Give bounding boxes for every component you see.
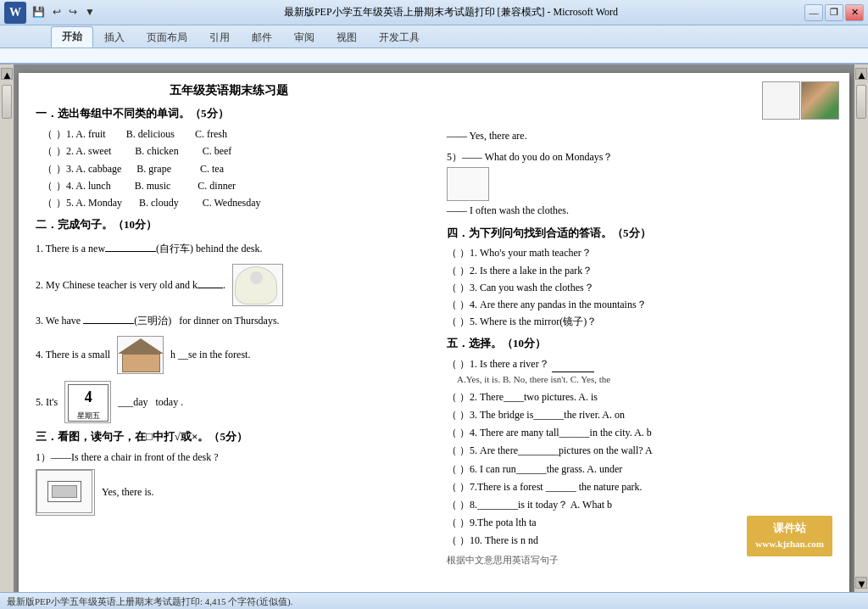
s5-item-8: （ ）8.________is it today？ A. What b: [447, 497, 841, 513]
fill-item-5: 5. It's 4 星期五 ___day today .: [36, 381, 421, 423]
s4-item-3: （ ）3. Can you wash the clothes？: [447, 280, 841, 296]
q5-box-row: [447, 167, 841, 201]
fill-item-1: 1. There is a new(自行车) behind the desk.: [36, 241, 421, 257]
right-content: —— Yes, there are. 5）—— What do you do o…: [447, 128, 841, 567]
s4-item-2: （ ）2. Is there a lake in the park？: [447, 263, 841, 279]
ribbon-tabs: 开始 插入 页面布局 引用 邮件 审阅 视图 开发工具: [0, 25, 868, 47]
fill-item-3: 3. We have (三明治) for dinner on Thursdays…: [36, 313, 421, 329]
word-icon: W: [4, 2, 26, 24]
tab-review[interactable]: 审阅: [283, 27, 326, 47]
statusbar: 最新版PEP小学五年级英语上册期末考试题打印: 4,415 个字符(近似值).: [0, 592, 868, 609]
minimize-button[interactable]: —: [804, 4, 823, 21]
s5-item-6: （ ）6. I can run______the grass. A. under: [447, 461, 841, 478]
s5-item-4: （ ）4. There are many tall______in the ci…: [447, 425, 841, 441]
decoration-image: [801, 81, 839, 120]
fill-item-2: 2. My Chinese teacher is very old and k.: [36, 264, 421, 306]
tab-insert[interactable]: 插入: [93, 27, 136, 47]
redo-btn[interactable]: ↪: [66, 5, 80, 20]
restore-button[interactable]: ❐: [825, 4, 843, 21]
document-container: 五年级英语期末练习题 一．选出每组中不同类的单词。（5分） （）1. A. fr…: [14, 64, 854, 592]
vocab-item-4: （）4. A. lunch B. music C. dinner: [42, 178, 421, 194]
right-column: —— Yes, there are. 5）—— What do you do o…: [434, 73, 849, 592]
tab-devtools[interactable]: 开发工具: [368, 27, 431, 47]
undo-btn[interactable]: ↩: [50, 5, 64, 20]
left-column: 五年级英语期末练习题 一．选出每组中不同类的单词。（5分） （）1. A. fr…: [19, 73, 434, 592]
scroll-up-right[interactable]: ▲: [855, 68, 867, 80]
tab-view[interactable]: 视图: [326, 27, 368, 47]
statusbar-text: 最新版PEP小学五年级英语上册期末考试题打印: 4,415 个字符(近似值).: [7, 595, 292, 608]
s5-item-1: （ ）1. Is there a river？ A.Yes, it is. B.…: [447, 356, 841, 388]
document: 五年级英语期末练习题 一．选出每组中不同类的单词。（5分） （）1. A. fr…: [19, 73, 849, 592]
ribbon-content: [0, 47, 868, 63]
listen-image-row: Yes, there is.: [36, 469, 421, 516]
doc-title: 五年级英语期末练习题: [36, 81, 421, 100]
section3-header: 三．看图，读句子，在□中打√或×。（5分）: [36, 428, 421, 446]
right-scrollbar[interactable]: ▲ ▼: [854, 64, 868, 592]
s4-item-4: （ ）4. Are there any pandas in the mounta…: [447, 297, 841, 313]
tab-references[interactable]: 引用: [198, 27, 241, 47]
q5-answer: —— I often wash the clothes.: [447, 203, 841, 219]
window-controls: — ❐ ✕: [804, 4, 864, 21]
yes-there-are: —— Yes, there are.: [447, 128, 841, 144]
s5-item-5: （ ）5. Are there________pictures on the w…: [447, 443, 841, 459]
vocab-list: （）1. A. fruit B. delicious C. fresh （）2.…: [42, 126, 421, 211]
section5-header: 五．选择。（10分）: [447, 335, 841, 353]
vocab-item-2: （）2. A. sweet B. chicken C. beef: [42, 143, 421, 159]
tab-mailings[interactable]: 邮件: [241, 27, 283, 47]
left-scrollbar[interactable]: ▲: [0, 64, 14, 592]
titlebar-left: W 💾 ↩ ↪ ▼: [4, 2, 97, 24]
ribbon: 开始 插入 页面布局 引用 邮件 审阅 视图 开发工具: [0, 25, 868, 64]
section2-header: 二．完成句子。（10分）: [36, 216, 421, 234]
scroll-down-right[interactable]: ▼: [855, 577, 867, 589]
s5-item-2: （ ）2. There____two pictures. A. is: [447, 389, 841, 405]
s4-item-1: （ ）1. Who's your math teacher？: [447, 245, 841, 261]
window-title: 最新版PEP小学五年级英语上册期末考试题打印 [兼容模式] - Microsof…: [97, 5, 804, 20]
scroll-thumb[interactable]: [2, 85, 12, 119]
tab-start[interactable]: 开始: [51, 26, 93, 47]
titlebar: W 💾 ↩ ↪ ▼ 最新版PEP小学五年级英语上册期末考试题打印 [兼容模式] …: [0, 0, 868, 25]
s5-item-7: （ ）7.There is a forest ______ the nature…: [447, 479, 841, 495]
customize-btn[interactable]: ▼: [82, 5, 97, 20]
section4-items: （ ）1. Who's your math teacher？ （ ）2. Is …: [447, 245, 841, 330]
main-area: ▲ 五年级英语期末练习题 一．选出每组中不同类的单词。（5分） （）1. A. …: [0, 64, 868, 592]
section1-header: 一．选出每组中不同类的单词。（5分）: [36, 105, 421, 123]
fill-section: 1. There is a new(自行车) behind the desk. …: [36, 241, 421, 423]
decoration-box-1: [762, 81, 800, 120]
scroll-thumb-right[interactable]: [856, 85, 866, 119]
vocab-item-3: （）3. A. cabbage B. grape C. tea: [42, 161, 421, 177]
s5-item-3: （ ）3. The bridge is______the river. A. o…: [447, 407, 841, 423]
scroll-up-btn[interactable]: ▲: [1, 68, 13, 80]
s4-item-5: （ ）5. Where is the mirror(镜子)？: [447, 314, 841, 330]
fill-item-4: 4. There is a small h __se in the forest…: [36, 336, 421, 374]
vocab-item-5: （）5. A. Monday B. cloudy C. Wednesday: [42, 195, 421, 211]
close-button[interactable]: ✕: [845, 4, 864, 21]
section4-header: 四．为下列问句找到合适的答语。（5分）: [447, 225, 841, 243]
q5-header: 5）—— What do you do on Mondays？: [447, 149, 841, 165]
save-quick-btn[interactable]: 💾: [30, 5, 47, 20]
quick-access: 💾 ↩ ↪ ▼: [30, 5, 97, 20]
watermark: 课件站 www.kjzhan.com: [747, 516, 832, 556]
listen-section: 1）——Is there a chair in front of the des…: [36, 450, 421, 516]
q5-image: [447, 167, 489, 201]
tab-pagelayout[interactable]: 页面布局: [136, 27, 198, 47]
vocab-item-1: （）1. A. fruit B. delicious C. fresh: [42, 126, 421, 142]
listen-item-1: 1）——Is there a chair in front of the des…: [36, 450, 421, 466]
